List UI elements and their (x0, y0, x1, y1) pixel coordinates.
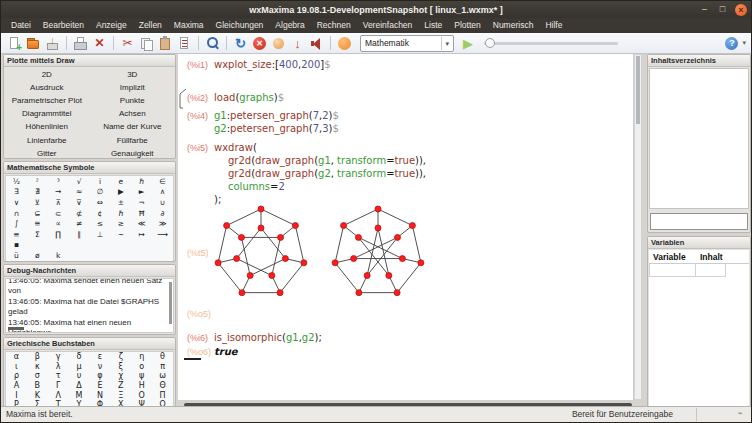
draw-button-implizit[interactable]: Implizit (90, 81, 176, 94)
math-symbol-button[interactable]: ∫ (6, 218, 27, 229)
math-symbol-button[interactable]: → (48, 187, 69, 198)
draw-button-gitter[interactable]: Gitter (4, 147, 90, 159)
input-mode-select[interactable]: Mathematik▾ (360, 35, 454, 52)
cell-code[interactable]: wxplot_size:[400,200]$ (214, 58, 331, 71)
math-symbol-button[interactable]: ≥ (110, 218, 131, 229)
greek-letter-button[interactable]: δ (69, 352, 90, 362)
greek-letter-button[interactable]: τ (48, 371, 69, 381)
menu-item-maxima[interactable]: Maxima (168, 18, 210, 33)
greek-letter-button[interactable]: γ (48, 352, 69, 362)
math-symbol-button[interactable]: ∼ (110, 229, 131, 240)
greek-letter-button[interactable]: ν (90, 362, 111, 372)
draw-button-diagrammtitel[interactable]: Diagrammtitel (4, 107, 90, 120)
draw-button-parametrischer-plot[interactable]: Parametrischer Plot (4, 94, 90, 107)
draw-button-name-der-kurve[interactable]: Name der Kurve (90, 120, 176, 133)
greek-letter-button[interactable]: Ξ (110, 390, 131, 400)
math-symbol-button[interactable]: Ħ (131, 208, 152, 219)
math-symbol-button[interactable]: e (110, 176, 131, 187)
help-icon[interactable]: ? (725, 37, 738, 50)
debug-horizontal-scrollbar[interactable] (8, 327, 24, 330)
draw-button-linienfarbe[interactable]: Linienfarbe (4, 133, 90, 146)
greek-letter-button[interactable]: K (27, 390, 48, 400)
play-animation-button[interactable]: ▶ (463, 37, 473, 50)
math-symbol-button[interactable]: ▶ (110, 187, 131, 198)
greek-letter-button[interactable]: ξ (110, 362, 131, 372)
greek-letter-button[interactable]: I (6, 390, 27, 400)
math-symbol-button[interactable]: ½ (6, 176, 27, 187)
menu-item-gleichungen[interactable]: Gleichungen (210, 18, 270, 33)
greek-letter-button[interactable]: Γ (48, 381, 69, 391)
math-symbol-button[interactable]: ∨ (6, 197, 27, 208)
draw-button-h-henlinien[interactable]: Höhenlinien (4, 120, 90, 133)
toc-filter-input[interactable] (650, 213, 748, 230)
debug-vertical-scrollbar[interactable] (169, 282, 172, 324)
variable-value-cell[interactable] (696, 264, 726, 277)
greek-letter-button[interactable]: H (131, 381, 152, 391)
math-symbol-button[interactable]: ⊼ (48, 197, 69, 208)
math-symbol-button[interactable]: ¢ (90, 208, 111, 219)
greek-letter-button[interactable]: λ (48, 362, 69, 372)
math-symbol-button[interactable]: ≤ (90, 218, 111, 229)
math-symbol-button[interactable]: ≫ (152, 218, 173, 229)
math-symbol-button[interactable]: ▪ (6, 240, 27, 251)
math-symbol-button[interactable]: ∧ (152, 187, 173, 198)
math-symbol-button[interactable]: ³ (48, 176, 69, 187)
math-symbol-button[interactable]: ↦ (131, 229, 152, 240)
open-icon[interactable] (25, 35, 42, 52)
math-symbol-button[interactable]: √ (69, 176, 90, 187)
greek-letter-button[interactable]: σ (27, 371, 48, 381)
save-icon[interactable]: ↓ (44, 35, 61, 52)
greek-letter-button[interactable]: Λ (48, 390, 69, 400)
math-symbol-button[interactable]: ü (6, 250, 27, 261)
menu-item-anzeige[interactable]: Anzeige (90, 18, 133, 33)
math-symbol-button[interactable]: ± (110, 197, 131, 208)
greek-letter-button[interactable]: υ (69, 371, 90, 381)
delete-selection-icon[interactable] (176, 35, 193, 52)
menu-item-bearbeiten[interactable]: Bearbeiten (37, 18, 90, 33)
math-symbol-button[interactable]: k (48, 250, 69, 261)
math-symbol-button[interactable]: ² (27, 176, 48, 187)
draw-button-ausdruck[interactable]: Ausdruck (4, 81, 90, 94)
math-symbol-button[interactable]: ¬ (131, 197, 152, 208)
close-button[interactable]: × (735, 4, 747, 16)
math-symbol-button[interactable]: ⊆ (27, 208, 48, 219)
math-symbol-button[interactable]: ∝ (48, 218, 69, 229)
animation-slider[interactable] (484, 42, 618, 45)
greek-letter-button[interactable]: χ (110, 371, 131, 381)
math-symbol-button[interactable]: ⊄ (69, 208, 90, 219)
greek-letter-button[interactable]: O (131, 390, 152, 400)
math-symbol-button[interactable]: i (90, 176, 111, 187)
cell-code[interactable]: g1:petersen_graph(7,2)$g2:petersen_graph… (214, 109, 339, 135)
greek-letter-button[interactable]: θ (152, 352, 173, 362)
math-symbol-button[interactable]: ∂ (152, 208, 173, 219)
animation-slider-thumb[interactable] (485, 38, 495, 48)
greek-letter-button[interactable]: A (6, 381, 27, 391)
draw-button-genauigkeit[interactable]: Genauigkeit (90, 147, 176, 159)
help-chevron-icon[interactable]: ▾ (742, 39, 746, 47)
math-symbol-button[interactable]: ⊻ (27, 197, 48, 208)
cell-code[interactable]: is_isomorphic(g1,g2); (214, 331, 322, 344)
greek-letter-button[interactable]: ε (90, 352, 111, 362)
variable-name-cell[interactable] (649, 264, 696, 277)
cell-code[interactable]: load(graphs)$ (214, 91, 284, 104)
menu-item-liste[interactable]: Liste (418, 18, 448, 33)
menu-item-hilfe[interactable]: Hilfe (539, 18, 568, 33)
greek-letter-button[interactable]: ι (6, 362, 27, 372)
evaluate-cell-icon[interactable]: ↓ (289, 35, 306, 52)
greek-letter-button[interactable]: π (152, 362, 173, 372)
copy-icon[interactable] (138, 35, 155, 52)
math-symbol-button[interactable]: ∄ (27, 187, 48, 198)
worksheet-vertical-scrollbar[interactable] (634, 54, 642, 400)
menu-item-vereinfachen[interactable]: Vereinfachen (357, 18, 419, 33)
math-symbol-button[interactable]: ► (131, 187, 152, 198)
greek-letter-button[interactable]: Θ (152, 381, 173, 391)
math-symbol-button[interactable]: ≈ (69, 187, 90, 198)
debug-log[interactable]: 13:46:05: Maxima sendet einen neuen Satz… (5, 278, 174, 333)
math-symbol-button[interactable]: ≅ (27, 218, 48, 229)
draw-button-f-llfarbe[interactable]: Füllfarbe (90, 133, 176, 146)
math-symbol-button[interactable]: ⊂ (48, 208, 69, 219)
math-symbol-button[interactable]: ℏ (110, 208, 131, 219)
menu-item-numerisch[interactable]: Numerisch (487, 18, 540, 33)
draw-button-punkte[interactable]: Punkte (90, 94, 176, 107)
minimize-button[interactable]: – (699, 5, 710, 14)
